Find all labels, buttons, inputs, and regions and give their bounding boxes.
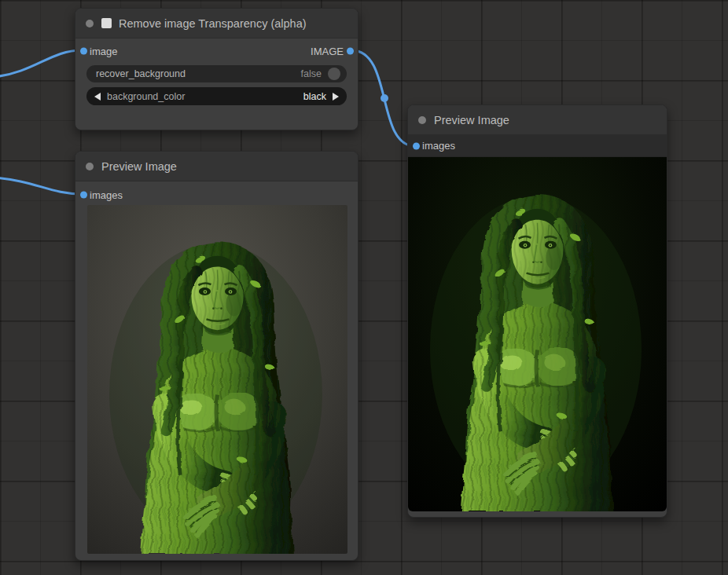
widget-value: false — [301, 68, 322, 79]
arrow-left-icon[interactable] — [94, 93, 101, 101]
node-title-bar[interactable]: Remove image Transparency (alpha) — [75, 9, 358, 38]
input-slot-label: image — [90, 46, 117, 57]
recover-background-toggle[interactable]: recover_background false — [86, 65, 347, 82]
widget-value: black — [303, 91, 326, 102]
slot-row-image: image IMAGE — [75, 38, 358, 64]
background-color-combo[interactable]: background_color black — [86, 87, 347, 105]
checkbox-icon — [101, 18, 112, 28]
wire-into-image-input — [0, 50, 82, 77]
widget-label: background_color — [107, 91, 185, 102]
collapse-dot-icon[interactable] — [418, 116, 426, 124]
input-slot-dot-image[interactable] — [80, 48, 87, 55]
node-graph-canvas[interactable]: Remove image Transparency (alpha) image … — [0, 0, 728, 575]
input-slot-dot-images[interactable] — [80, 192, 87, 199]
wire-midpoint-dot — [381, 94, 388, 102]
node-title: Remove image Transparency (alpha) — [119, 17, 307, 30]
collapse-dot-icon[interactable] — [86, 163, 94, 170]
node-title: Preview Image — [434, 114, 509, 126]
slot-row-images: images — [408, 135, 667, 157]
node-remove-alpha[interactable]: Remove image Transparency (alpha) image … — [75, 8, 358, 130]
preview-image-right — [408, 157, 667, 511]
arrow-right-icon[interactable] — [333, 93, 339, 101]
node-preview-left[interactable]: Preview Image images — [75, 151, 358, 561]
widget-label: recover_background — [96, 68, 186, 79]
preview-image-left — [87, 205, 347, 554]
wire-into-images-input-left — [0, 178, 82, 194]
toggle-knob-icon[interactable] — [328, 68, 340, 80]
node-title-bar[interactable]: Preview Image — [75, 152, 358, 181]
slot-row-images: images — [75, 181, 358, 208]
input-slot-label: images — [90, 189, 123, 201]
wire-image-to-preview — [351, 50, 415, 146]
output-slot-label: IMAGE — [311, 46, 344, 57]
node-title: Preview Image — [101, 160, 177, 173]
output-slot-dot-image[interactable] — [347, 48, 354, 55]
node-preview-right[interactable]: Preview Image images — [407, 104, 667, 518]
input-slot-dot-images[interactable] — [413, 142, 420, 149]
input-slot-label: images — [422, 140, 455, 152]
node-title-bar[interactable]: Preview Image — [408, 105, 667, 135]
collapse-dot-icon[interactable] — [86, 20, 94, 27]
